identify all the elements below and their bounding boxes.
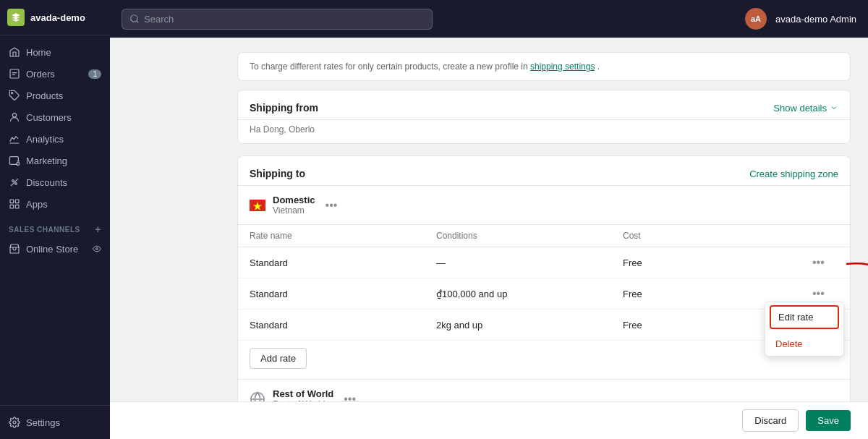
shipping-to-title: Shipping to (250, 168, 305, 179)
table-row: Standard ₫100,000 and up Free ••• Edit r… (238, 278, 850, 310)
edit-rate-btn[interactable]: Edit rate (770, 305, 839, 329)
shipping-from-title: Shipping from (250, 102, 318, 114)
svg-point-12 (131, 15, 137, 22)
eye-icon (93, 244, 101, 253)
sidebar-item-marketing[interactable]: Marketing (0, 150, 110, 171)
sales-channels-section: Sales Channels + (0, 215, 110, 238)
sidebar-item-customers[interactable]: Customers (0, 106, 110, 128)
table-row: Standard 2kg and up Free ••• (238, 310, 850, 341)
user-avatar: aA (745, 8, 767, 30)
products-icon (9, 90, 20, 101)
sidebar-item-online-store[interactable]: Online Store (0, 238, 110, 260)
svg-point-5 (15, 183, 17, 185)
sidebar-item-discounts[interactable]: Discounts (0, 171, 110, 193)
footer: Discard Save (110, 401, 868, 439)
add-sales-channel-icon[interactable]: + (95, 223, 101, 235)
apps-icon (9, 198, 20, 210)
svg-point-1 (12, 93, 13, 94)
rate-header-row: Rate name Conditions Cost (238, 225, 850, 247)
svg-rect-9 (15, 205, 19, 208)
rate-1-menu-btn[interactable]: ••• (809, 286, 838, 302)
sidebar-logo: avada-demo (0, 0, 110, 35)
analytics-icon (9, 133, 20, 145)
shipping-settings-link[interactable]: shipping settings (530, 61, 595, 72)
zone-vietnam-header: Domestic Vietnam ••• (238, 186, 850, 225)
search-box[interactable] (122, 9, 433, 30)
sidebar-item-home[interactable]: Home (0, 41, 110, 63)
show-details-btn[interactable]: Show details (773, 103, 838, 114)
logo-icon (7, 9, 25, 26)
notice-text: To charge different rates for only certa… (237, 52, 851, 81)
shipping-from-card: Shipping from Show details Ha Dong, Ober… (237, 90, 851, 144)
discounts-icon (9, 176, 20, 188)
shipping-from-header: Shipping from Show details (238, 90, 850, 120)
zone-vietnam-subtitle: Vietnam (273, 205, 315, 216)
svg-point-11 (13, 421, 16, 424)
svg-point-4 (12, 180, 14, 182)
store-icon (9, 243, 20, 255)
svg-point-10 (96, 248, 98, 250)
chevron-down-icon (830, 103, 838, 112)
sidebar-item-orders[interactable]: Orders 1 (0, 63, 110, 85)
orders-icon (9, 68, 20, 80)
sidebar-bottom: Settings (0, 405, 110, 439)
sidebar: avada-demo Home Orders 1 Products Custom… (0, 0, 110, 439)
shipping-from-location: Ha Dong, Oberlo (238, 120, 850, 143)
orders-badge: 1 (88, 69, 101, 79)
search-icon (129, 14, 140, 24)
sidebar-item-products[interactable]: Products (0, 85, 110, 106)
svg-rect-6 (10, 200, 14, 203)
svg-rect-8 (10, 205, 14, 208)
home-icon (9, 46, 20, 58)
rate-dropdown-menu: Edit rate Delete (765, 302, 844, 357)
svg-point-3 (17, 163, 20, 166)
rate-0-menu-btn[interactable]: ••• (809, 255, 838, 270)
discard-button[interactable]: Discard (742, 409, 799, 432)
delete-rate-btn[interactable]: Delete (765, 332, 843, 356)
zone-row-name: Rest of World (273, 388, 333, 399)
logo-text: avada-demo (30, 12, 85, 23)
main-content: To charge different rates for only certa… (220, 38, 868, 439)
marketing-icon (9, 155, 20, 166)
svg-rect-0 (10, 69, 19, 78)
shipping-to-card: Shipping to Create shipping zone Domesti… (237, 155, 851, 439)
sidebar-nav: Home Orders 1 Products Customers Analyti… (0, 35, 110, 405)
shipping-to-header: Shipping to Create shipping zone (238, 156, 850, 186)
svg-rect-7 (15, 200, 19, 203)
sidebar-item-analytics[interactable]: Analytics (0, 128, 110, 150)
zone-vietnam-name: Domestic (273, 195, 315, 205)
svg-point-2 (12, 114, 16, 117)
save-button[interactable]: Save (806, 410, 851, 431)
zone-vietnam: Domestic Vietnam ••• Rate name Condition… (238, 186, 850, 379)
search-input[interactable] (144, 14, 425, 25)
customers-icon (9, 111, 20, 123)
add-rate-btn-vietnam[interactable]: Add rate (250, 348, 307, 369)
table-row: Standard — Free ••• (238, 247, 850, 278)
create-shipping-zone-btn[interactable]: Create shipping zone (749, 169, 838, 179)
zone-vietnam-menu-btn[interactable]: ••• (323, 197, 341, 213)
sidebar-item-settings[interactable]: Settings (0, 412, 110, 433)
settings-icon (9, 417, 20, 428)
topbar: aA avada-demo Admin (110, 0, 868, 38)
user-name: avada-demo Admin (775, 14, 856, 25)
vietnam-flag (250, 200, 265, 211)
sidebar-item-apps[interactable]: Apps (0, 193, 110, 215)
